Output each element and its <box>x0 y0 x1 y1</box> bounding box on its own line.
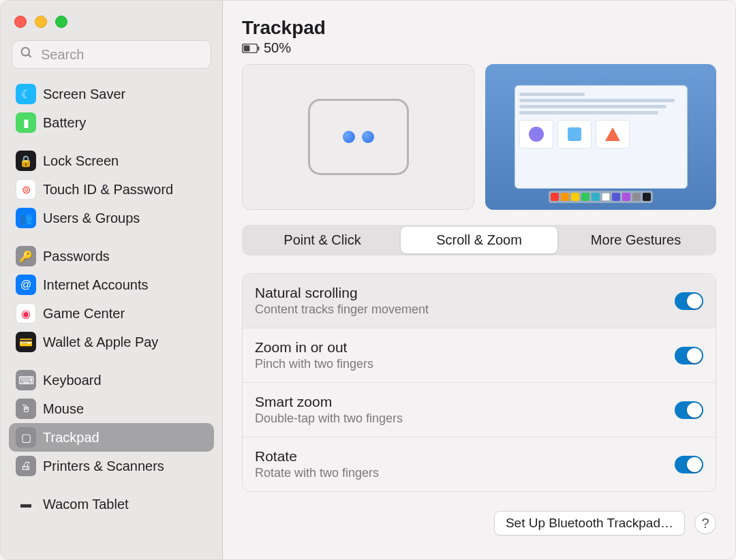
svg-rect-4 <box>244 45 250 51</box>
svg-line-1 <box>29 55 31 57</box>
sidebar-item[interactable]: ⌨Keyboard <box>9 366 214 394</box>
toggle-switch[interactable] <box>675 347 703 364</box>
finger-dot <box>343 131 355 143</box>
sidebar-item[interactable]: 🔒Lock Screen <box>9 146 214 175</box>
close-window-button[interactable] <box>14 16 27 28</box>
setting-title: Smart zoom <box>255 394 675 410</box>
svg-rect-3 <box>258 46 260 50</box>
sidebar-icon: ⌨ <box>16 370 36 390</box>
sidebar-item[interactable]: 🖱Mouse <box>9 394 214 423</box>
sidebar-item[interactable]: 🖨Printers & Scanners <box>9 452 214 480</box>
sidebar-icon: 🖱 <box>16 399 36 419</box>
svg-marker-7 <box>605 127 620 141</box>
setting-row: Smart zoomDouble-tap with two fingers <box>243 383 716 437</box>
sidebar-item[interactable]: ▢Trackpad <box>9 423 214 452</box>
setting-title: Rotate <box>255 448 675 465</box>
sidebar-item-label: Printers & Scanners <box>43 458 164 474</box>
minimize-window-button[interactable] <box>35 16 47 28</box>
sidebar-item[interactable]: ☾Screen Saver <box>9 80 214 108</box>
dock-app <box>561 193 569 201</box>
sidebar-nav: ☾Screen Saver▮Battery🔒Lock Screen⊚Touch … <box>9 80 214 551</box>
svg-point-0 <box>22 48 30 56</box>
sidebar-item-label: Game Center <box>43 306 125 322</box>
toggle-switch[interactable] <box>675 292 703 310</box>
settings-window: ☾Screen Saver▮Battery🔒Lock Screen⊚Touch … <box>0 0 736 560</box>
sidebar-item-label: Users & Groups <box>43 211 140 226</box>
demo-dock <box>549 191 653 203</box>
setting-row: Zoom in or outPinch with two fingers <box>243 328 716 383</box>
tab[interactable]: Scroll & Zoom <box>401 227 557 253</box>
help-button[interactable]: ? <box>694 512 716 534</box>
gesture-preview <box>242 64 474 210</box>
dock-app <box>643 193 651 201</box>
setting-desc: Double-tap with two fingers <box>255 411 675 426</box>
sidebar-icon: ◉ <box>16 303 36 324</box>
sidebar-icon: 🖨 <box>16 456 36 476</box>
search-icon <box>20 46 33 63</box>
sidebar-icon: ▬ <box>16 494 36 514</box>
sidebar-item-label: Screen Saver <box>43 87 125 102</box>
desktop-preview <box>485 64 716 210</box>
setting-desc: Pinch with two fingers <box>255 357 675 371</box>
search-input[interactable] <box>12 40 211 69</box>
dock-app <box>632 193 641 201</box>
sidebar: ☾Screen Saver▮Battery🔒Lock Screen⊚Touch … <box>1 1 223 559</box>
setting-desc: Content tracks finger movement <box>255 302 675 317</box>
sidebar-item-label: Touch ID & Password <box>43 182 173 198</box>
sidebar-item-label: Lock Screen <box>43 153 119 169</box>
sidebar-item-label: Mouse <box>43 401 84 417</box>
sidebar-item-label: Passwords <box>43 249 110 264</box>
trackpad-illustration <box>308 99 409 175</box>
tab-bar: Point & ClickScroll & ZoomMore Gestures <box>242 225 716 255</box>
dock-app <box>622 193 630 201</box>
preview-row <box>242 64 716 210</box>
dock-app <box>571 193 579 201</box>
demo-app-window <box>515 85 688 189</box>
sidebar-icon: 👥 <box>16 208 36 228</box>
sidebar-item[interactable]: 🔑Passwords <box>9 242 214 270</box>
sidebar-icon: @ <box>16 275 36 295</box>
toggle-switch[interactable] <box>675 456 703 473</box>
setting-title: Natural scrolling <box>255 285 675 301</box>
sidebar-item-label: Battery <box>43 115 86 131</box>
sidebar-icon: ▮ <box>16 112 36 133</box>
main-pane: Trackpad 50% <box>223 1 735 559</box>
sidebar-item[interactable]: ▮Battery <box>9 108 214 137</box>
battery-percent: 50% <box>264 40 291 56</box>
battery-icon <box>242 44 260 53</box>
battery-status: 50% <box>242 40 716 56</box>
search-wrap <box>12 40 211 69</box>
toggle-switch[interactable] <box>675 401 703 419</box>
setting-row: Natural scrollingContent tracks finger m… <box>243 274 716 328</box>
dock-app <box>612 193 620 201</box>
setting-desc: Rotate with two fingers <box>255 466 675 480</box>
svg-rect-6 <box>568 127 581 141</box>
sidebar-item[interactable]: ▬Wacom Tablet <box>9 490 214 518</box>
sidebar-item[interactable]: ◉Game Center <box>9 299 214 328</box>
setting-title: Zoom in or out <box>255 339 675 356</box>
finger-dot <box>362 131 374 143</box>
sidebar-item[interactable]: ⊚Touch ID & Password <box>9 175 214 204</box>
tab[interactable]: More Gestures <box>557 227 714 253</box>
sidebar-item-label: Wallet & Apple Pay <box>43 335 158 350</box>
sidebar-item[interactable]: @Internet Accounts <box>9 270 214 299</box>
sidebar-item-label: Keyboard <box>43 373 102 388</box>
dock-app <box>592 193 600 201</box>
zoom-window-button[interactable] <box>55 16 67 28</box>
sidebar-item-label: Wacom Tablet <box>43 497 129 512</box>
setup-bluetooth-button[interactable]: Set Up Bluetooth Trackpad… <box>494 511 685 535</box>
dock-app <box>581 193 589 201</box>
sidebar-item-label: Trackpad <box>43 430 99 446</box>
tab[interactable]: Point & Click <box>244 227 401 253</box>
sidebar-icon: 🔒 <box>16 151 36 171</box>
sidebar-icon: ⊚ <box>16 179 36 200</box>
sidebar-icon: 💳 <box>16 332 36 352</box>
settings-list: Natural scrollingContent tracks finger m… <box>242 273 716 492</box>
sidebar-item[interactable]: 👥Users & Groups <box>9 204 214 232</box>
dock-app <box>602 193 610 201</box>
sidebar-icon: 🔑 <box>16 246 36 266</box>
svg-point-5 <box>529 127 544 142</box>
sidebar-item[interactable]: 💳Wallet & Apple Pay <box>9 328 214 356</box>
sidebar-icon: ☾ <box>16 84 36 104</box>
sidebar-icon: ▢ <box>16 427 36 448</box>
